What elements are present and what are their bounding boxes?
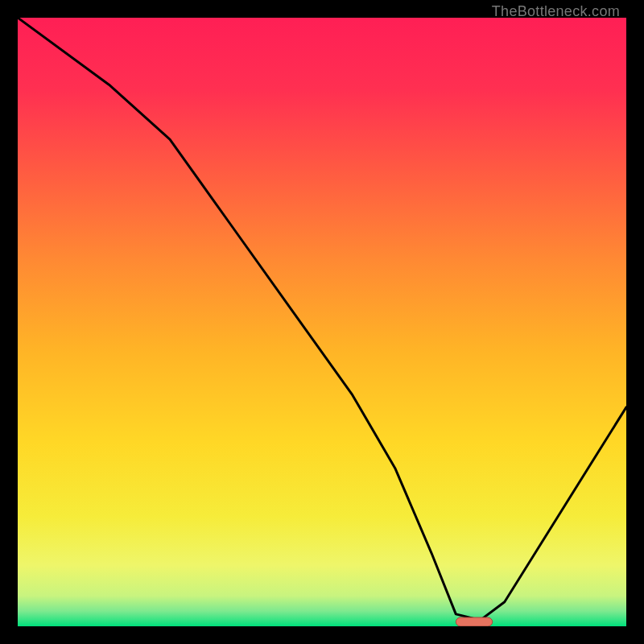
chart-frame: TheBottleneck.com bbox=[0, 0, 644, 644]
chart-svg bbox=[18, 18, 626, 626]
plot-area bbox=[18, 18, 626, 626]
optimum-marker bbox=[456, 617, 492, 626]
gradient-bg bbox=[18, 18, 626, 626]
